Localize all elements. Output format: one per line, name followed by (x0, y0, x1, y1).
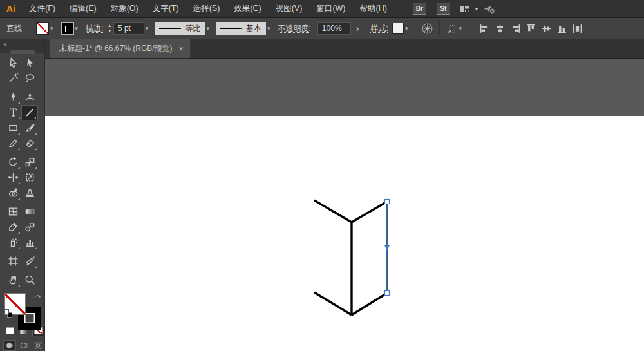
gradient-tool-icon (24, 206, 35, 217)
shape-builder-tool-icon (8, 187, 19, 198)
hand-tool[interactable] (5, 272, 21, 288)
more-options-arrow[interactable]: › (356, 23, 359, 33)
panel-drag-grip[interactable] (10, 50, 35, 54)
menu-items: 文件(F)编辑(E)对象(O)文字(T)选择(S)效果(C)视图(V)窗口(W)… (22, 0, 394, 17)
swap-fill-stroke-icon[interactable] (33, 293, 41, 302)
zoom-tool-icon (24, 274, 35, 285)
curvature-tool[interactable] (21, 90, 38, 105)
menu-item-0[interactable]: 文件(F) (22, 0, 62, 17)
brush-definition-dropdown[interactable]: 基本 (216, 22, 266, 35)
menu-item-7[interactable]: 窗口(W) (309, 0, 352, 17)
controlbar-divider (415, 21, 415, 35)
profile-line-preview (159, 28, 181, 30)
opacity-field[interactable]: 100% (317, 22, 351, 35)
stroke-chevron-icon[interactable]: ▾ (74, 25, 80, 32)
color-button[interactable] (4, 325, 16, 336)
curvature-tool-icon (24, 91, 35, 102)
recolor-artwork-icon[interactable] (421, 23, 433, 35)
slice-tool[interactable] (21, 254, 38, 269)
align-left-icon[interactable] (479, 23, 490, 34)
eraser-tool-icon (24, 138, 35, 149)
gradient-tool[interactable] (21, 204, 38, 220)
menubar-divider (401, 4, 401, 14)
pen-tool-icon (8, 91, 19, 102)
opacity-panel-link[interactable]: 不透明度: (278, 23, 311, 34)
menu-item-3[interactable]: 文字(T) (146, 0, 186, 17)
select-similar-chevron-icon[interactable]: ▾ (457, 25, 463, 32)
magic-wand-tool[interactable] (5, 71, 21, 86)
stroke-weight-stepper[interactable]: ▴▾ (107, 23, 112, 33)
menu-item-1[interactable]: 编辑(E) (62, 0, 104, 17)
rectangle-tool[interactable] (5, 120, 21, 136)
lasso-tool[interactable] (21, 71, 38, 86)
type-tool[interactable] (5, 105, 21, 120)
free-transform-tool-icon (24, 172, 35, 183)
line-tool[interactable] (21, 105, 38, 120)
workspace-switcher-icon[interactable] (459, 4, 470, 14)
default-fill-stroke-icon[interactable] (4, 309, 12, 318)
draw-behind-icon[interactable] (17, 340, 30, 351)
draw-inside-icon[interactable] (32, 340, 44, 351)
blend-tool-icon (24, 222, 35, 232)
zoom-tool[interactable] (21, 272, 38, 288)
free-transform-tool[interactable] (21, 170, 38, 185)
collapse-panel-icon[interactable]: « (3, 40, 7, 48)
fill-color-swatch[interactable] (36, 22, 49, 35)
draw-normal-icon[interactable] (3, 340, 16, 351)
distribute-icon[interactable] (572, 23, 583, 34)
selection-tool[interactable] (5, 55, 21, 71)
stroke-weight-field[interactable]: 5 pt (113, 22, 144, 35)
paintbrush-tool-icon (24, 122, 35, 133)
perspective-grid-tool-icon (24, 187, 35, 198)
stroke-weight-chevron-icon[interactable]: ▾ (144, 25, 150, 32)
pasteboard[interactable] (45, 59, 644, 116)
rotate-tool[interactable] (5, 155, 21, 170)
artboard-tool[interactable] (5, 254, 21, 269)
menu-item-5[interactable]: 效果(C) (227, 0, 268, 17)
chevron-down-icon[interactable]: ▾ (474, 6, 480, 12)
fill-chevron-icon[interactable]: ▾ (49, 25, 55, 32)
align-v-middle-icon[interactable] (541, 23, 552, 34)
menu-bar: Ai 文件(F)编辑(E)对象(O)文字(T)选择(S)效果(C)视图(V)窗口… (0, 0, 644, 18)
width-tool[interactable] (5, 170, 21, 185)
graphic-style-swatch[interactable] (392, 23, 404, 34)
paintbrush-tool[interactable] (21, 120, 38, 136)
stroke-profile-dropdown[interactable]: 等比 (155, 22, 205, 35)
stroke-color-swatch[interactable] (61, 22, 74, 35)
style-chevron-icon[interactable]: ▾ (404, 25, 410, 32)
mesh-tool[interactable] (5, 204, 21, 220)
scale-tool[interactable] (21, 155, 38, 170)
rectangle-tool-icon (8, 122, 19, 133)
pen-tool[interactable] (5, 90, 21, 105)
brush-chevron-icon[interactable]: ▾ (266, 25, 272, 32)
close-tab-icon[interactable]: × (179, 44, 184, 53)
profile-chevron-icon[interactable]: ▾ (205, 25, 211, 32)
menu-item-8[interactable]: 帮助(H) (353, 0, 394, 17)
symbol-sprayer-tool[interactable] (5, 235, 21, 251)
blend-tool[interactable] (21, 220, 38, 235)
eraser-tool[interactable] (21, 136, 38, 151)
magic-wand-tool-icon (8, 73, 19, 84)
pencil-tool[interactable] (5, 136, 21, 151)
menu-item-2[interactable]: 对象(O) (104, 0, 146, 17)
shape-builder-tool[interactable] (5, 185, 21, 201)
align-top-icon[interactable] (526, 23, 536, 34)
column-graph-tool[interactable] (21, 235, 38, 251)
menu-item-4[interactable]: 选择(S) (186, 0, 227, 17)
align-h-center-icon[interactable] (495, 23, 506, 34)
align-right-icon[interactable] (510, 23, 521, 34)
scale-tool-icon (24, 157, 35, 167)
document-tab[interactable]: 未标题-1* @ 66.67% (RGB/预览) × (50, 39, 190, 58)
stock-button[interactable]: St (437, 3, 450, 15)
menu-item-6[interactable]: 视图(V) (269, 0, 310, 17)
share-icon[interactable] (483, 4, 495, 14)
eyedropper-tool[interactable] (5, 220, 21, 235)
style-panel-link[interactable]: 样式: (371, 23, 388, 34)
bridge-button[interactable]: Br (413, 3, 426, 15)
align-bottom-icon[interactable] (556, 23, 567, 34)
direct-selection-tool[interactable] (21, 55, 38, 71)
stroke-panel-link[interactable]: 描边: (86, 23, 103, 34)
select-similar-icon[interactable] (446, 23, 457, 34)
artboard[interactable] (45, 116, 644, 351)
perspective-grid-tool[interactable] (21, 185, 38, 201)
